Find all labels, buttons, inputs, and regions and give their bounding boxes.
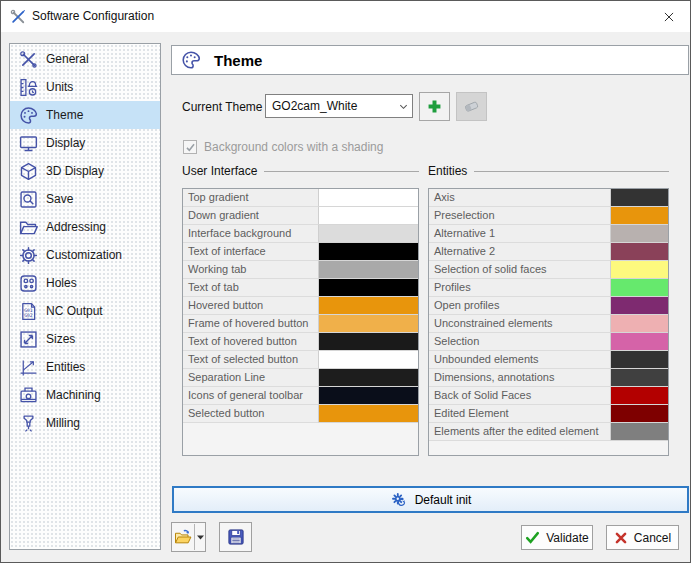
color-swatch[interactable] bbox=[319, 333, 418, 351]
color-swatch[interactable] bbox=[611, 405, 668, 423]
add-theme-button[interactable] bbox=[419, 92, 450, 121]
table-row[interactable]: Elements after the edited element bbox=[429, 423, 668, 441]
sidebar-item-milling[interactable]: Milling bbox=[10, 409, 160, 437]
sidebar-item-units[interactable]: Units bbox=[10, 73, 160, 101]
sidebar-item-label: Milling bbox=[46, 416, 80, 430]
sidebar-item-general[interactable]: General bbox=[10, 45, 160, 73]
color-swatch[interactable] bbox=[611, 261, 668, 279]
dropdown-arrow-icon[interactable] bbox=[195, 535, 205, 540]
current-theme-label: Current Theme bbox=[182, 100, 262, 114]
table-row[interactable]: Top gradient bbox=[183, 189, 418, 207]
color-row-label: Separation Line bbox=[183, 369, 319, 387]
sidebar-item-holes[interactable]: Holes bbox=[10, 269, 160, 297]
sidebar-item-display[interactable]: Display bbox=[10, 129, 160, 157]
gear-icon bbox=[16, 243, 40, 267]
sidebar-item-addressing[interactable]: Addressing bbox=[10, 213, 160, 241]
table-row[interactable]: Working tab bbox=[183, 261, 418, 279]
table-row[interactable]: Alternative 2 bbox=[429, 243, 668, 261]
table-row[interactable]: Text of hovered button bbox=[183, 333, 418, 351]
cancel-button[interactable]: Cancel bbox=[606, 525, 679, 550]
table-row[interactable]: Text of selected button bbox=[183, 351, 418, 369]
color-swatch[interactable] bbox=[319, 261, 418, 279]
table-row[interactable]: Hovered button bbox=[183, 297, 418, 315]
color-swatch[interactable] bbox=[319, 207, 418, 225]
machining-icon bbox=[16, 383, 40, 407]
table-row[interactable]: Unbounded elements bbox=[429, 351, 668, 369]
color-swatch[interactable] bbox=[319, 279, 418, 297]
color-swatch[interactable] bbox=[611, 315, 668, 333]
color-row-label: Unconstrained elements bbox=[429, 315, 611, 333]
color-swatch[interactable] bbox=[319, 225, 418, 243]
entities-icon bbox=[16, 355, 40, 379]
sidebar-item-sizes[interactable]: Sizes bbox=[10, 325, 160, 353]
shading-checkbox[interactable] bbox=[183, 140, 197, 154]
color-swatch[interactable] bbox=[611, 243, 668, 261]
table-row[interactable]: Text of tab bbox=[183, 279, 418, 297]
gear-refresh-icon bbox=[390, 491, 407, 508]
table-row[interactable]: Alternative 1 bbox=[429, 225, 668, 243]
sidebar-item-nc-output[interactable]: G01 G02 NC Output bbox=[10, 297, 160, 325]
color-swatch[interactable] bbox=[611, 387, 668, 405]
close-button[interactable] bbox=[647, 1, 691, 32]
color-swatch[interactable] bbox=[611, 351, 668, 369]
folder-icon bbox=[16, 215, 40, 239]
panel-header: Theme bbox=[171, 45, 689, 75]
table-row[interactable]: Edited Element bbox=[429, 405, 668, 423]
folder-open-icon[interactable] bbox=[172, 523, 194, 551]
table-row[interactable]: Selected button bbox=[183, 405, 418, 423]
color-swatch[interactable] bbox=[319, 351, 418, 369]
group-header-user-interface: User Interface bbox=[182, 164, 419, 178]
table-row[interactable]: Axis bbox=[429, 189, 668, 207]
color-swatch[interactable] bbox=[319, 369, 418, 387]
color-swatch[interactable] bbox=[319, 315, 418, 333]
table-row[interactable]: Selection of solid faces bbox=[429, 261, 668, 279]
table-row[interactable]: Preselection bbox=[429, 207, 668, 225]
table-row[interactable]: Profiles bbox=[429, 279, 668, 297]
delete-theme-button[interactable] bbox=[456, 92, 487, 121]
color-swatch[interactable] bbox=[611, 369, 668, 387]
table-row[interactable]: Down gradient bbox=[183, 207, 418, 225]
color-swatch[interactable] bbox=[319, 189, 418, 207]
color-swatch[interactable] bbox=[611, 189, 668, 207]
table-row[interactable]: Frame of hovered button bbox=[183, 315, 418, 333]
units-icon bbox=[16, 75, 40, 99]
color-swatch[interactable] bbox=[611, 279, 668, 297]
save-theme-button[interactable] bbox=[219, 522, 252, 552]
color-row-label: Text of selected button bbox=[183, 351, 319, 369]
validate-button[interactable]: Validate bbox=[521, 525, 593, 550]
open-theme-button[interactable] bbox=[171, 522, 206, 552]
cancel-label: Cancel bbox=[634, 531, 671, 545]
color-swatch[interactable] bbox=[611, 297, 668, 315]
color-swatch[interactable] bbox=[611, 207, 668, 225]
table-row[interactable]: Interface background bbox=[183, 225, 418, 243]
sidebar-item-label: Save bbox=[46, 192, 73, 206]
table-row[interactable]: Unconstrained elements bbox=[429, 315, 668, 333]
sidebar-item-theme[interactable]: Theme bbox=[10, 101, 160, 129]
color-row-label: Icons of general toolbar bbox=[183, 387, 319, 405]
sidebar-item-customization[interactable]: Customization bbox=[10, 241, 160, 269]
color-row-label: Text of hovered button bbox=[183, 333, 319, 351]
table-row[interactable]: Separation Line bbox=[183, 369, 418, 387]
software-configuration-dialog: Software Configuration General bbox=[0, 0, 691, 563]
tools-icon bbox=[16, 47, 40, 71]
sidebar-item-save[interactable]: Save bbox=[10, 185, 160, 213]
color-swatch[interactable] bbox=[319, 297, 418, 315]
table-row[interactable]: Dimensions, annotations bbox=[429, 369, 668, 387]
table-row[interactable]: Back of Solid Faces bbox=[429, 387, 668, 405]
color-swatch[interactable] bbox=[611, 333, 668, 351]
table-row[interactable]: Selection bbox=[429, 333, 668, 351]
sidebar-item-entities[interactable]: Entities bbox=[10, 353, 160, 381]
default-init-button[interactable]: Default init bbox=[172, 486, 689, 513]
table-row[interactable]: Icons of general toolbar bbox=[183, 387, 418, 405]
color-swatch[interactable] bbox=[319, 405, 418, 423]
sidebar-item-3d-display[interactable]: 3D Display bbox=[10, 157, 160, 185]
sidebar-item-machining[interactable]: Machining bbox=[10, 381, 160, 409]
color-swatch[interactable] bbox=[319, 243, 418, 261]
color-swatch[interactable] bbox=[611, 423, 668, 441]
color-swatch[interactable] bbox=[611, 225, 668, 243]
table-row[interactable]: Text of interface bbox=[183, 243, 418, 261]
color-swatch[interactable] bbox=[319, 387, 418, 405]
table-row[interactable]: Open profiles bbox=[429, 297, 668, 315]
current-theme-select[interactable]: GO2cam_White bbox=[265, 94, 413, 118]
color-row-label: Text of interface bbox=[183, 243, 319, 261]
